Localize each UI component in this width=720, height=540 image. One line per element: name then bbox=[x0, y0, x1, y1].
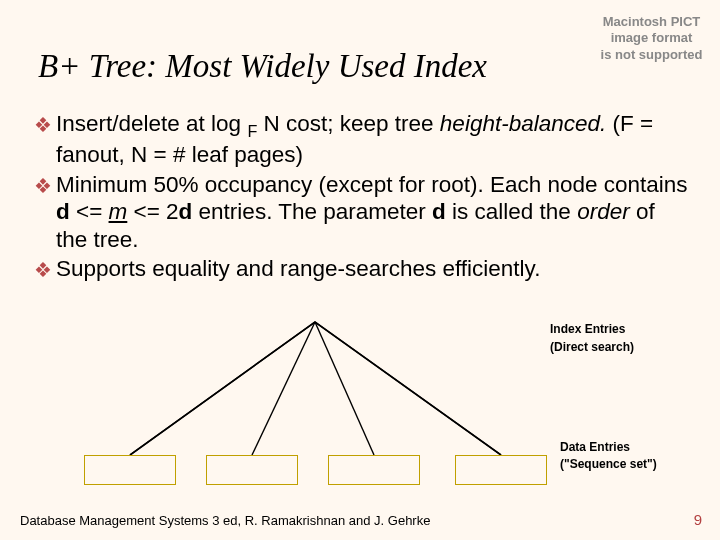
leaf-node bbox=[84, 455, 176, 485]
bullet-2-text: Minimum 50% occupancy (except for root).… bbox=[56, 171, 690, 253]
b2-d3: d bbox=[432, 199, 446, 224]
slide-title: B+ Tree: Most Widely Used Index bbox=[38, 48, 487, 85]
bullet-list: ❖ Insert/delete at log F N cost; keep tr… bbox=[30, 110, 690, 284]
bullet-mark-icon: ❖ bbox=[30, 171, 56, 198]
leaf-node bbox=[206, 455, 298, 485]
footer-citation: Database Management Systems 3 ed, R. Ram… bbox=[20, 513, 430, 528]
slide: Macintosh PICT image format is not suppo… bbox=[0, 0, 720, 540]
b2-mid2: <= 2 bbox=[127, 199, 178, 224]
b1-ital: height-balanced. bbox=[440, 111, 606, 136]
pict-line3: is not supported bbox=[601, 47, 703, 62]
bullet-mark-icon: ❖ bbox=[30, 110, 56, 137]
b1-mid: N cost; keep tree bbox=[257, 111, 440, 136]
leaf-node bbox=[455, 455, 547, 485]
b2-order: order bbox=[577, 199, 630, 224]
pict-placeholder: Macintosh PICT image format is not suppo… bbox=[589, 14, 714, 63]
b1-pre: Insert/delete at log bbox=[56, 111, 247, 136]
bullet-3: ❖ Supports equality and range-searches e… bbox=[30, 255, 690, 282]
b2-mid3: entries. The parameter bbox=[192, 199, 432, 224]
b2-d2: d bbox=[179, 199, 193, 224]
pict-line2: image format bbox=[611, 30, 693, 45]
label-data-entries: Data Entries bbox=[560, 440, 690, 455]
b2-mid4: is called the bbox=[446, 199, 577, 224]
svg-line-2 bbox=[315, 322, 374, 455]
bullet-3-text: Supports equality and range-searches eff… bbox=[56, 255, 690, 282]
bullet-1: ❖ Insert/delete at log F N cost; keep tr… bbox=[30, 110, 690, 169]
b2-d1: d bbox=[56, 199, 70, 224]
b2-mid1: <= bbox=[70, 199, 109, 224]
label-index-entries: Index Entries bbox=[550, 322, 690, 337]
bullet-1-text: Insert/delete at log F N cost; keep tree… bbox=[56, 110, 690, 169]
bullet-mark-icon: ❖ bbox=[30, 255, 56, 282]
bullet-2: ❖ Minimum 50% occupancy (except for root… bbox=[30, 171, 690, 253]
b1-sub: F bbox=[247, 122, 257, 140]
tree-diagram: Index Entries (Direct search) Data Entri… bbox=[30, 310, 690, 500]
b2-m: m bbox=[109, 199, 128, 224]
label-direct-search: (Direct search) bbox=[550, 340, 690, 355]
page-number: 9 bbox=[694, 511, 702, 528]
leaf-node bbox=[328, 455, 420, 485]
pict-line1: Macintosh PICT bbox=[603, 14, 701, 29]
b2-pre: Minimum 50% occupancy (except for root).… bbox=[56, 172, 688, 197]
label-sequence-set: ("Sequence set") bbox=[560, 457, 690, 472]
svg-line-1 bbox=[252, 322, 315, 455]
